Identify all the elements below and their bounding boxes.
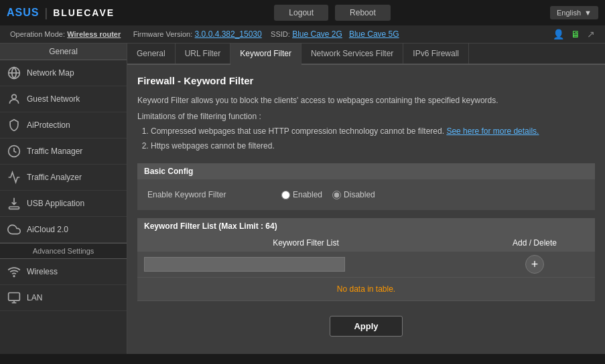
- firmware-label: Firmware Version:: [133, 30, 193, 38]
- chevron-down-icon: ▼: [584, 9, 592, 17]
- ssid-2g[interactable]: Blue Cave 2G: [292, 29, 342, 39]
- logo-sep: |: [44, 6, 48, 20]
- logout-button[interactable]: Logout: [274, 5, 328, 21]
- aiprotection-label: AiProtection: [27, 120, 70, 130]
- logo-name: BLUECAVE: [53, 7, 115, 18]
- lan-icon: [7, 290, 21, 305]
- keyword-filter-list-header: Keyword Filter List (Max Limit : 64): [137, 218, 595, 234]
- sidebar-item-traffic-manager[interactable]: Traffic Manager: [0, 139, 127, 165]
- info-text: Operation Mode: Wireless router Firmware…: [10, 29, 399, 39]
- person-icon[interactable]: 👤: [553, 29, 564, 39]
- info-icons: 👤 🖥 ↗: [553, 29, 595, 39]
- col-add-delete: Add / Delete: [474, 234, 595, 252]
- usb-application-icon: [7, 196, 21, 211]
- sidebar-item-aiprotection[interactable]: AiProtection: [0, 112, 127, 139]
- limitation-1-text: Compressed webpages that use HTTP compre…: [151, 126, 444, 136]
- sidebar-general-title: General: [0, 43, 127, 60]
- traffic-manager-label: Traffic Manager: [27, 147, 82, 156]
- content-inner: Firewall - Keyword Filter Keyword Filter…: [127, 65, 605, 353]
- traffic-analyzer-icon: [7, 170, 21, 185]
- apply-button[interactable]: Apply: [330, 316, 402, 337]
- no-data-row: No data in table.: [137, 278, 595, 301]
- share-icon[interactable]: ↗: [587, 29, 595, 39]
- enable-keyword-filter-row: Enable Keyword Filter Enabled Disabled: [147, 186, 585, 203]
- tabs: General URL Filter Keyword Filter Networ…: [127, 43, 605, 65]
- sidebar-item-guest-network[interactable]: Guest Network: [0, 86, 127, 112]
- language-select[interactable]: English ▼: [550, 6, 598, 19]
- tab-network-services-filter[interactable]: Network Services Filter: [301, 43, 403, 64]
- guest-network-icon: [7, 92, 21, 106]
- basic-config-header: Basic Config: [137, 163, 595, 179]
- limitation-1: Compressed webpages that use HTTP compre…: [151, 124, 595, 139]
- keyword-input[interactable]: [144, 257, 345, 272]
- keyword-filter-list-section: Keyword Filter List (Max Limit : 64) Key…: [137, 218, 595, 301]
- tab-url-filter[interactable]: URL Filter: [176, 43, 231, 64]
- sidebar-item-lan[interactable]: LAN: [0, 285, 127, 311]
- disabled-option[interactable]: Disabled: [332, 190, 375, 199]
- monitor-icon[interactable]: 🖥: [571, 29, 580, 39]
- ssid-label: SSID:: [271, 30, 290, 38]
- sidebar-item-network-map[interactable]: Network Map: [0, 60, 127, 86]
- tab-ipv6-firewall[interactable]: IPv6 Firewall: [403, 43, 469, 64]
- logo-area: ASUS | BLUECAVE: [7, 6, 115, 20]
- operation-mode-label: Operation Mode:: [10, 30, 65, 38]
- svg-point-4: [13, 276, 15, 277]
- aicloud-icon: [7, 222, 21, 237]
- limitations-title: Limitations of the filtering function :: [137, 112, 595, 121]
- aicloud-label: AiCloud 2.0: [27, 225, 68, 234]
- enable-keyword-filter-label: Enable Keyword Filter: [147, 190, 281, 199]
- usb-application-label: USB Application: [27, 199, 84, 208]
- svg-point-2: [12, 94, 17, 99]
- network-map-label: Network Map: [27, 68, 74, 78]
- sidebar-item-aicloud[interactable]: AiCloud 2.0: [0, 217, 127, 243]
- firmware-version[interactable]: 3.0.0.4.382_15030: [195, 29, 262, 39]
- operation-mode-value: Wireless router: [67, 30, 121, 38]
- page-title: Firewall - Keyword Filter: [137, 75, 595, 86]
- description: Keyword Filter allows you to block the c…: [137, 94, 595, 106]
- wireless-label: Wireless: [27, 267, 58, 276]
- table-header: Keyword Filter List Add / Delete: [137, 234, 595, 252]
- enable-keyword-filter-radio-group: Enabled Disabled: [281, 190, 375, 199]
- tab-keyword-filter[interactable]: Keyword Filter: [230, 43, 301, 65]
- wireless-icon: [7, 264, 21, 279]
- sidebar-item-usb-application[interactable]: USB Application: [0, 191, 127, 217]
- lan-label: LAN: [27, 293, 42, 302]
- top-nav: Logout Reboot: [115, 5, 550, 21]
- enabled-radio[interactable]: [281, 191, 290, 199]
- traffic-manager-icon: [7, 144, 21, 159]
- basic-config-body: Enable Keyword Filter Enabled Disabled: [137, 179, 595, 210]
- disabled-label: Disabled: [344, 190, 375, 199]
- limitation-1-link[interactable]: See here for more details.: [446, 126, 539, 136]
- info-bar: Operation Mode: Wireless router Firmware…: [0, 25, 605, 43]
- sidebar-item-traffic-analyzer[interactable]: Traffic Analyzer: [0, 165, 127, 191]
- top-bar: ASUS | BLUECAVE Logout Reboot English ▼: [0, 0, 605, 25]
- sidebar-item-wireless[interactable]: Wireless: [0, 259, 127, 285]
- disabled-radio[interactable]: [332, 191, 341, 199]
- content-area: General URL Filter Keyword Filter Networ…: [127, 43, 605, 354]
- traffic-analyzer-label: Traffic Analyzer: [27, 173, 82, 182]
- svg-rect-5: [9, 293, 20, 301]
- limitation-2: Https webpages cannot be filtered.: [151, 139, 595, 154]
- ssid-5g[interactable]: Blue Cave 5G: [349, 29, 399, 39]
- limitations-list: Compressed webpages that use HTTP compre…: [137, 124, 595, 153]
- logo-asus: ASUS: [7, 7, 39, 19]
- sidebar: General Network Map Guest Network AiProt…: [0, 43, 127, 354]
- sidebar-advanced-title: Advanced Settings: [0, 243, 127, 259]
- apply-area: Apply: [137, 309, 595, 343]
- tab-general[interactable]: General: [127, 43, 176, 64]
- enabled-label: Enabled: [293, 190, 322, 199]
- enabled-option[interactable]: Enabled: [281, 190, 322, 199]
- aiprotection-icon: [7, 118, 21, 132]
- table-input-row: +: [137, 252, 595, 278]
- guest-network-label: Guest Network: [27, 94, 80, 104]
- add-button[interactable]: +: [525, 255, 544, 274]
- keyword-input-cell: [137, 254, 474, 275]
- col-keyword-filter-list: Keyword Filter List: [137, 234, 474, 252]
- network-map-icon: [7, 66, 21, 80]
- language-label: English: [557, 9, 581, 17]
- reboot-button[interactable]: Reboot: [335, 5, 391, 21]
- add-button-cell: +: [474, 252, 595, 277]
- main-layout: General Network Map Guest Network AiProt…: [0, 43, 605, 354]
